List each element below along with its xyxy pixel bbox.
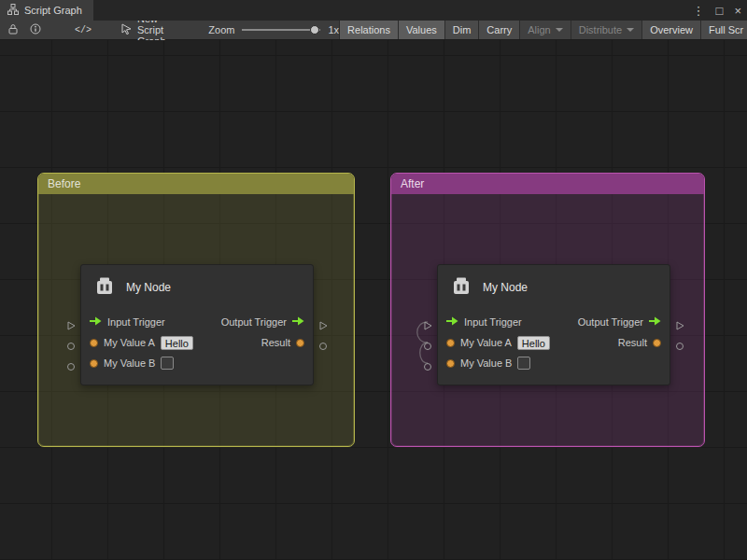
value-a-input[interactable]: Hello bbox=[517, 336, 550, 350]
outer-flow-out-port[interactable] bbox=[675, 317, 684, 327]
outer-value-b-port[interactable] bbox=[66, 358, 76, 368]
zoom-value: 1x bbox=[328, 24, 339, 35]
distribute-dropdown[interactable]: Distribute bbox=[571, 21, 641, 39]
outer-result-port[interactable] bbox=[318, 338, 328, 347]
group-after[interactable]: After My Node bbox=[390, 173, 705, 447]
values-button[interactable]: Values bbox=[398, 21, 444, 39]
close-icon[interactable]: × bbox=[734, 5, 741, 17]
lock-icon[interactable] bbox=[7, 23, 19, 36]
value-a-port[interactable] bbox=[446, 339, 455, 347]
result-label: Result bbox=[618, 337, 647, 348]
group-before-title: Before bbox=[48, 177, 80, 190]
output-trigger-label: Output Trigger bbox=[578, 316, 643, 328]
value-b-input[interactable] bbox=[161, 357, 174, 370]
zoom-slider[interactable] bbox=[242, 29, 320, 31]
group-after-header[interactable]: After bbox=[391, 174, 704, 194]
my-node-before[interactable]: My Node Input Trigger Output Trigger bbox=[80, 264, 314, 385]
outer-value-a-port[interactable] bbox=[423, 338, 432, 347]
node-icon bbox=[92, 275, 117, 300]
node-icon bbox=[449, 275, 473, 300]
result-port[interactable] bbox=[296, 339, 304, 347]
group-before-header[interactable]: Before bbox=[38, 174, 354, 194]
result-label: Result bbox=[261, 337, 290, 348]
graph-pointer-icon bbox=[121, 23, 132, 36]
zoom-label: Zoom bbox=[208, 24, 234, 35]
overview-button[interactable]: Overview bbox=[641, 21, 700, 39]
input-trigger-port[interactable] bbox=[446, 316, 458, 328]
value-a-port[interactable] bbox=[90, 339, 98, 347]
fullscreen-button[interactable]: Full Scr bbox=[700, 21, 747, 39]
toolbar: </> New Script Graph Zoom 1x Relations V… bbox=[0, 21, 747, 40]
tab-title: Script Graph bbox=[24, 5, 82, 16]
group-before[interactable]: Before My Node bbox=[37, 173, 355, 447]
zoom-slider-knob[interactable] bbox=[310, 25, 319, 35]
outer-value-b-port[interactable] bbox=[423, 358, 432, 368]
maximize-icon[interactable]: □ bbox=[716, 5, 724, 17]
outer-flow-in-port[interactable] bbox=[66, 317, 76, 327]
graph-canvas[interactable]: Before My Node bbox=[0, 40, 747, 560]
carry-button[interactable]: Carry bbox=[478, 21, 519, 39]
my-node-after[interactable]: My Node Input Trigger Output Trigger bbox=[437, 264, 670, 385]
script-graph-icon bbox=[7, 4, 19, 17]
result-port[interactable] bbox=[653, 339, 661, 347]
value-a-label: My Value A bbox=[460, 337, 512, 348]
tab-script-graph[interactable]: Script Graph bbox=[0, 0, 93, 21]
input-trigger-port[interactable] bbox=[90, 316, 102, 328]
align-dropdown[interactable]: Align bbox=[519, 21, 570, 39]
output-trigger-label: Output Trigger bbox=[221, 316, 287, 328]
relations-button[interactable]: Relations bbox=[339, 21, 398, 39]
outer-value-a-port[interactable] bbox=[66, 338, 76, 347]
value-b-label: My Value B bbox=[460, 357, 512, 369]
group-after-title: After bbox=[401, 177, 424, 190]
info-icon[interactable] bbox=[30, 23, 41, 36]
value-a-label: My Value A bbox=[104, 337, 155, 348]
node-title: My Node bbox=[126, 281, 171, 294]
value-b-input[interactable] bbox=[517, 357, 530, 370]
code-icon[interactable]: </> bbox=[69, 23, 97, 37]
output-trigger-port[interactable] bbox=[292, 316, 304, 328]
window-menu-icon[interactable]: ⋮ bbox=[693, 5, 705, 17]
value-b-port[interactable] bbox=[446, 359, 455, 368]
outer-flow-out-port[interactable] bbox=[318, 317, 328, 327]
value-a-input[interactable]: Hello bbox=[161, 336, 193, 350]
value-b-port[interactable] bbox=[90, 359, 98, 368]
tab-bar: Script Graph ⋮ □ × bbox=[0, 0, 747, 21]
dim-button[interactable]: Dim bbox=[444, 21, 479, 39]
input-trigger-label: Input Trigger bbox=[107, 316, 165, 328]
input-trigger-label: Input Trigger bbox=[464, 316, 522, 328]
value-b-label: My Value B bbox=[104, 357, 155, 369]
outer-flow-in-port[interactable] bbox=[423, 317, 432, 327]
output-trigger-port[interactable] bbox=[649, 316, 661, 328]
outer-result-port[interactable] bbox=[675, 338, 684, 347]
node-title: My Node bbox=[483, 281, 528, 294]
